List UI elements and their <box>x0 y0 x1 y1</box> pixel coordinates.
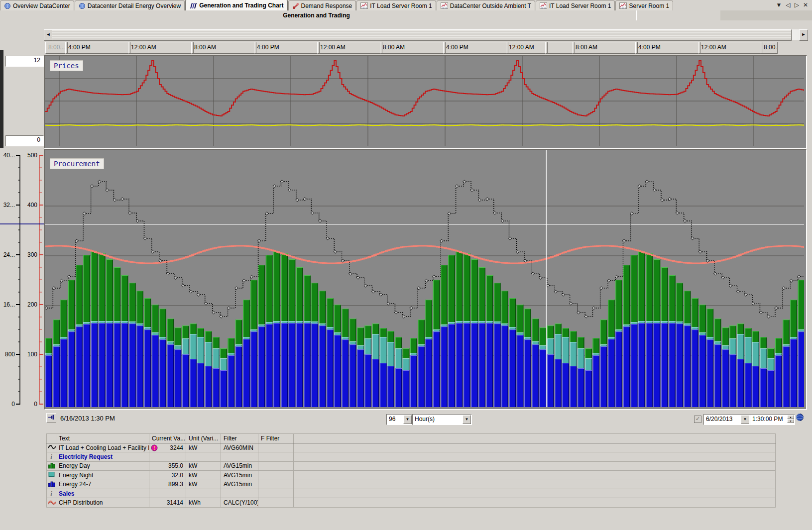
info-icon: i <box>50 453 52 460</box>
time-axis-cell: 8:00 AM <box>380 42 446 54</box>
svg-text:24...: 24... <box>3 251 15 258</box>
time-axis-cell: 12:00 AM <box>317 42 382 54</box>
horizontal-scrollbar[interactable]: ◄ ► <box>44 29 808 40</box>
legend-header[interactable]: Filter <box>221 434 258 443</box>
page-title: Generation and Trading <box>0 10 633 21</box>
legend-filter: AVG15min <box>221 461 258 470</box>
legend-row-energy-day[interactable]: Energy Day355.0kWAVG15min <box>47 461 776 470</box>
menu-icon[interactable]: ▼ <box>776 1 783 8</box>
legend-header[interactable] <box>47 434 56 443</box>
time-axis-cell: 8:00... <box>45 42 68 54</box>
title-right-panel <box>720 10 812 20</box>
span-unit-combo[interactable]: Hour(s)▼ <box>412 414 472 425</box>
legend-extra <box>294 443 776 452</box>
tab-demand-response[interactable]: Demand Response <box>288 0 356 10</box>
legend-row-energy-night[interactable]: Energy Night32.0kWAVG15min <box>47 471 776 480</box>
end-date-combo[interactable]: 6/20/2013▼ <box>703 414 750 425</box>
online-button[interactable] <box>796 413 804 423</box>
tab-datacenter-detail-energy-overview[interactable]: Datacenter Detail Energy Overview <box>75 0 185 10</box>
chart-book-icon <box>189 2 197 9</box>
forward-icon[interactable]: ▷ <box>795 1 800 8</box>
trend-icon <box>540 2 547 9</box>
legend-ffilter <box>258 471 294 480</box>
legend-ffilter <box>258 443 294 452</box>
legend-header[interactable] <box>294 434 776 443</box>
legend-row-electricity-request[interactable]: iElectricity Request <box>47 452 776 461</box>
trend-icon <box>619 2 627 9</box>
tab-datacenter-outside-ambient-t[interactable]: DataCenter Outside Ambient T <box>437 0 535 10</box>
legend-value: !3244 <box>149 443 186 452</box>
legend-row-sales[interactable]: iSales <box>47 489 776 498</box>
bars-green-icon <box>48 463 56 470</box>
legend-header[interactable]: Unit (Vari... <box>186 434 221 443</box>
svg-text:16...: 16... <box>3 301 15 308</box>
line-red-icon <box>48 500 56 507</box>
globe-icon <box>796 416 804 423</box>
procurement-chart-label: Procurement <box>50 158 104 169</box>
tab-label: Server Room 1 <box>629 2 669 9</box>
tab-server-room-1[interactable]: Server Room 1 <box>615 0 673 10</box>
tab-generation-and-trading-chart[interactable]: Generation and Trading Chart <box>185 0 287 10</box>
legend-ffilter <box>258 452 294 461</box>
alarm-icon: ! <box>151 444 158 452</box>
globe-icon <box>79 2 86 9</box>
back-icon[interactable]: ◁ <box>786 1 791 8</box>
time-axis-cell: 4:00 PM <box>635 42 700 54</box>
chevron-down-icon[interactable]: ▼ <box>463 415 471 424</box>
tab-label: Datacenter Detail Energy Overview <box>88 2 181 9</box>
legend-filter <box>221 489 258 498</box>
legend-row-it-load-cooling-load-facility-load[interactable]: IT Load + Cooling Load + Facility Load!3… <box>47 443 776 452</box>
legend-header[interactable]: F Filter <box>258 434 294 443</box>
legend-extra <box>294 461 776 470</box>
legend-value: 32.0 <box>149 471 186 480</box>
legend-filter: CALC(Y/100)... <box>221 498 258 507</box>
svg-text:0: 0 <box>11 401 15 408</box>
legend-value: 31414 <box>149 498 186 507</box>
legend-row-energy-24-7[interactable]: Energy 24-7899.3kWAVG15min <box>47 480 776 489</box>
title-separator <box>636 10 637 20</box>
scroll-right-button[interactable]: ► <box>799 29 808 41</box>
prices-ymin-field[interactable]: 0 <box>5 135 44 146</box>
tab-overview-datacenter[interactable]: Overview DataCenter <box>0 0 74 10</box>
tab-it-load-server-room-1[interactable]: IT Load Server Room 1 <box>356 0 436 10</box>
prices-chart-label: Prices <box>50 60 83 71</box>
legend-row-chp-distribution[interactable]: CHP Distribution31414kWhCALC(Y/100)... <box>47 498 776 507</box>
left-edge-strip <box>0 50 3 148</box>
tab-it-load-server-room-1[interactable]: IT Load Server Room 1 <box>536 0 615 10</box>
legend-header[interactable]: Text <box>56 434 149 443</box>
chevron-down-icon[interactable]: ▼ <box>403 415 412 424</box>
tool-icon <box>292 2 299 9</box>
svg-text:100: 100 <box>27 351 37 358</box>
tab-label: IT Load Server Room 1 <box>370 2 432 9</box>
chevron-down-icon[interactable]: ▼ <box>741 415 749 424</box>
procurement-y-axes: 40...50032...40024...30016...20080010000 <box>0 149 44 408</box>
pin-start-button[interactable] <box>46 413 56 423</box>
square-teal-icon <box>48 472 56 479</box>
spin-down-icon[interactable]: ▼ <box>787 419 794 423</box>
svg-text:40...: 40... <box>3 152 15 159</box>
prices-ymax-field[interactable]: 12 <box>5 56 44 67</box>
end-time-spinner[interactable]: 1:30:00 PM▲▼ <box>750 414 795 425</box>
svg-text:800: 800 <box>5 351 15 358</box>
scrollbar-thumb[interactable] <box>52 29 792 41</box>
prices-chart[interactable]: Prices <box>44 55 807 149</box>
time-axis-cell: 8:00 AM <box>761 42 778 54</box>
time-axis: 8:00...4:00 PM12:00 AM8:00 AM4:00 PM12:0… <box>45 42 775 54</box>
legend-filter: AVG60MIN <box>221 443 258 452</box>
legend-header[interactable]: Current Va... <box>149 434 186 443</box>
procurement-chart[interactable]: Procurement <box>44 149 807 410</box>
line-black-icon <box>48 445 56 452</box>
span-value-combo[interactable]: 96▼ <box>386 414 413 425</box>
legend-value: 355.0 <box>149 461 186 470</box>
close-icon[interactable]: ✕ <box>803 1 809 8</box>
tab-bar: Overview DataCenterDatacenter Detail Ene… <box>0 0 812 10</box>
end-time-checkbox[interactable]: ✓ <box>694 416 701 423</box>
legend-ffilter <box>258 480 294 489</box>
legend-value <box>149 452 186 461</box>
spin-up-icon[interactable]: ▲ <box>787 415 794 419</box>
time-axis-cell: 4:00 PM <box>443 42 508 54</box>
legend-value <box>149 489 186 498</box>
trend-icon <box>360 2 368 9</box>
trend-icon <box>441 2 448 9</box>
window-buttons: ▼◁▷✕ <box>773 1 809 8</box>
